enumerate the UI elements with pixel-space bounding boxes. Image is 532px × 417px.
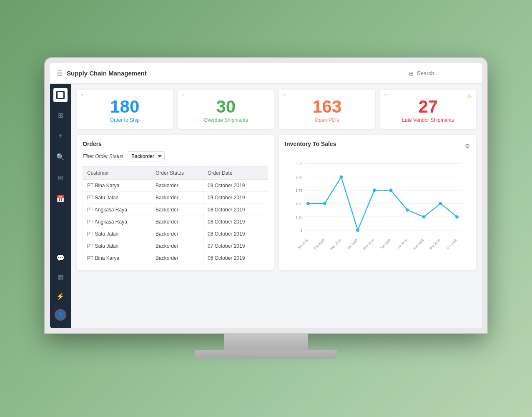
cell-date: 06 October 2019	[203, 252, 268, 264]
kpi-label-4: Late Vendor Shipments	[387, 117, 470, 123]
svg-text:1.50: 1.50	[296, 202, 303, 206]
cell-customer: PT Bina Karya	[83, 252, 151, 264]
chart-point-aug	[422, 215, 426, 219]
kpi-label-3: Open PO's	[286, 117, 369, 123]
svg-text:Jun 2019: Jun 2019	[379, 238, 391, 250]
kpi-card-late-vendor: ? ⚠ 27 Late Vendor Shipments	[380, 90, 477, 129]
cell-customer: PT Satu Jalan	[83, 240, 151, 252]
table-header-row: Customer Order Status Order Date	[83, 167, 268, 180]
sidebar-item-search[interactable]: 🔍	[54, 151, 67, 163]
screen-inner: ☰ Supply Chain Management ⊞ ⊞ +	[50, 63, 482, 328]
page-title: Supply Chain Management	[67, 70, 147, 77]
col-customer: Customer	[83, 167, 151, 180]
cell-customer: PT Satu Jalan	[83, 192, 151, 204]
kpi-number-3: 163	[286, 97, 369, 116]
table-row: PT Angkasa Raya Backorder 08 October 201…	[83, 204, 268, 216]
logo-icon	[56, 91, 65, 99]
chart-point-apr	[356, 229, 359, 232]
svg-text:2.25: 2.25	[296, 162, 303, 166]
svg-text:Aug 2019: Aug 2019	[412, 238, 424, 251]
menu-icon[interactable]: ☰	[57, 69, 63, 77]
filter-select[interactable]: Backorder Pending Shipped Cancelled	[128, 151, 165, 161]
cell-status: Backorder	[151, 204, 203, 216]
table-row: PT Bina Karya Backorder 06 October 2019	[83, 252, 268, 264]
cell-status: Backorder	[151, 180, 203, 192]
svg-text:Oct 2019: Oct 2019	[446, 238, 458, 250]
orders-table: Customer Order Status Order Date PT Bina…	[83, 166, 268, 264]
cell-status: Backorder	[151, 228, 203, 240]
chart-point-mar	[340, 176, 343, 179]
sidebar-item-add[interactable]: +	[54, 130, 67, 142]
svg-text:Feb 2019: Feb 2019	[313, 238, 325, 250]
kpi-card-overdue-shipments: ? 30 Overdue Shipments	[178, 90, 274, 129]
top-bar-left: ☰ Supply Chain Management	[57, 69, 147, 77]
sidebar-item-lightning[interactable]: ⚡	[54, 290, 67, 302]
monitor-screen: ☰ Supply Chain Management ⊞ ⊞ +	[45, 58, 487, 333]
cell-status: Backorder	[151, 252, 203, 264]
kpi-help-4[interactable]: ?	[384, 93, 387, 98]
cell-date: 08 October 2019	[203, 228, 268, 240]
cell-status: Backorder	[151, 192, 203, 204]
orders-panel: Orders Filter Order Status Backorder Pen…	[77, 135, 274, 270]
table-row: PT Bina Karya Backorder 09 October 2019	[83, 180, 268, 192]
top-bar: ☰ Supply Chain Management ⊞	[50, 63, 482, 84]
main-content: ? 180 Order to Ship ? 30 Overdue Shipmen…	[71, 84, 482, 328]
sidebar-nav: ⊞ + 🔍 ✉ 📅	[54, 109, 67, 251]
cell-status: Backorder	[151, 240, 203, 252]
table-row: PT Satu Jalan Backorder 07 October 2019	[83, 240, 268, 252]
avatar[interactable]: 👤	[55, 309, 66, 321]
chart-point-oct	[455, 215, 459, 219]
top-bar-right: ⊞	[409, 70, 475, 77]
sidebar-item-calendar[interactable]: 📅	[54, 192, 67, 205]
monitor-stand-top	[224, 333, 308, 350]
kpi-help-2[interactable]: ?	[182, 93, 185, 98]
inventory-chart-panel: Inventory To Sales ⚙	[279, 135, 476, 270]
inventory-chart-svg: 2.25 2.00 1.75 1.50 1.25 1 Jan 2019 Feb …	[285, 156, 470, 252]
table-row: PT Satu Jalan Backorder 08 October 2019	[83, 228, 268, 240]
table-row: PT Angkasa Raya Backorder 08 October 201…	[83, 216, 268, 228]
cell-date: 09 October 2019	[203, 192, 268, 204]
kpi-help-1[interactable]: ?	[81, 93, 83, 98]
cell-date: 08 October 2019	[203, 216, 268, 228]
monitor-stand-base	[195, 350, 337, 359]
sidebar-item-grid[interactable]: ⊞	[54, 109, 67, 121]
avatar-initials: 👤	[58, 312, 64, 318]
alert-icon: ⚠	[467, 93, 472, 99]
cell-customer: PT Angkasa Raya	[83, 204, 151, 216]
svg-text:Jan 2019: Jan 2019	[297, 238, 309, 250]
svg-text:Mar 2019: Mar 2019	[329, 238, 341, 250]
col-status: Order Status	[151, 167, 203, 180]
main-layout: ⊞ + 🔍 ✉ 📅 💬 ▦ ⚡ 👤	[50, 84, 482, 328]
svg-text:May 2019: May 2019	[362, 238, 375, 251]
sidebar: ⊞ + 🔍 ✉ 📅 💬 ▦ ⚡ 👤	[50, 84, 71, 328]
svg-text:Jul 2019: Jul 2019	[396, 238, 408, 249]
sidebar-item-mail[interactable]: ✉	[54, 171, 67, 184]
col-date: Order Date	[203, 167, 268, 180]
svg-text:1.75: 1.75	[296, 188, 303, 193]
gear-icon[interactable]: ⚙	[465, 143, 470, 149]
search-icon: ⊞	[409, 70, 414, 77]
chart-point-jun	[389, 189, 393, 192]
kpi-number-2: 30	[185, 97, 268, 116]
kpi-number-4: 27	[387, 97, 470, 116]
filter-row: Filter Order Status Backorder Pending Sh…	[83, 151, 268, 161]
kpi-number-1: 180	[83, 97, 166, 116]
sidebar-bottom: 💬 ▦ ⚡ 👤	[54, 251, 67, 324]
kpi-label-2: Overdue Shipments	[185, 117, 268, 123]
filter-label: Filter Order Status	[83, 153, 123, 159]
sidebar-item-table[interactable]: ▦	[54, 271, 67, 283]
chart-container: 2.25 2.00 1.75 1.50 1.25 1 Jan 2019 Feb …	[285, 156, 470, 254]
sidebar-logo	[53, 88, 68, 102]
kpi-row: ? 180 Order to Ship ? 30 Overdue Shipmen…	[77, 90, 476, 129]
monitor-wrap: ☰ Supply Chain Management ⊞ ⊞ +	[45, 58, 487, 359]
kpi-label-1: Order to Ship	[83, 117, 166, 123]
sidebar-item-chat[interactable]: 💬	[54, 251, 67, 264]
chart-point-sep	[439, 202, 442, 205]
chart-title: Inventory To Sales	[285, 141, 336, 147]
svg-text:Apr 2019: Apr 2019	[346, 238, 359, 250]
cell-date: 09 October 2019	[203, 180, 268, 192]
cell-customer: PT Bina Karya	[83, 180, 151, 192]
search-input[interactable]	[417, 70, 475, 76]
chart-point-jul	[406, 208, 409, 212]
kpi-help-3[interactable]: ?	[283, 93, 286, 98]
